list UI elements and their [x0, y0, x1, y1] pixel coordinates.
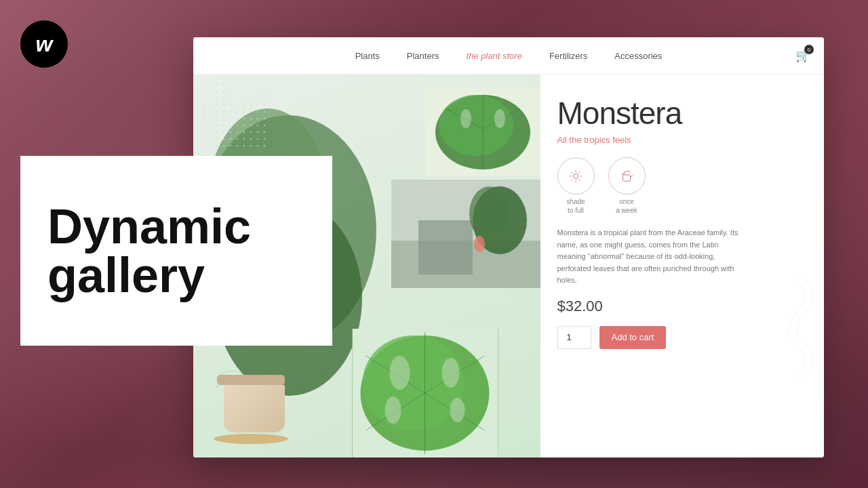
plant-pot [220, 375, 288, 444]
pot-body [224, 385, 285, 432]
svg-point-15 [460, 109, 471, 128]
product-title: Monstera [557, 95, 808, 131]
right-wavy-decoration [770, 268, 824, 390]
care-icon-light: shadeto full [557, 157, 595, 215]
svg-line-41 [578, 179, 580, 180]
svg-point-22 [474, 236, 485, 252]
monstera-closeup-image [352, 329, 498, 458]
sun-icon [568, 169, 583, 184]
svg-line-43 [571, 179, 572, 180]
svg-point-32 [441, 358, 459, 388]
cart-badge: 0 [804, 45, 814, 54]
indoor-plant-image [391, 180, 540, 288]
svg-line-42 [578, 171, 580, 173]
leaf-image-top-right [425, 88, 540, 176]
svg-point-33 [384, 396, 401, 424]
navigation: Plants Planters the plant store Fertiliz… [193, 37, 824, 75]
dot-pattern-decoration [200, 81, 268, 149]
pot-saucer [214, 434, 288, 444]
gallery-image-bottom [352, 329, 498, 458]
water-label: oncea week [616, 197, 637, 215]
nav-planters[interactable]: Planters [407, 51, 439, 61]
quantity-input[interactable] [557, 326, 591, 349]
svg-point-31 [389, 356, 410, 390]
nav-plants[interactable]: Plants [355, 51, 380, 61]
svg-line-40 [571, 171, 572, 173]
svg-rect-19 [418, 220, 473, 274]
water-icon-circle [608, 157, 646, 195]
svg-point-34 [450, 398, 465, 422]
cart-icon[interactable]: 🛒 0 [795, 48, 810, 63]
gallery-image-top-right [425, 88, 540, 176]
care-icons-group: shadeto full oncea week [557, 157, 808, 215]
add-to-cart-button[interactable]: Add to cart [599, 326, 667, 349]
svg-point-16 [494, 109, 505, 128]
watering-can-icon [619, 169, 634, 184]
gallery-image-middle [391, 180, 540, 288]
nav-accessories[interactable]: Accessories [614, 51, 662, 61]
svg-line-44 [631, 176, 633, 177]
light-label: shadeto full [566, 197, 585, 215]
svg-point-35 [573, 174, 578, 178]
main-title: Dynamic gallery [47, 202, 251, 300]
product-description: Monstera is a tropical plant from the Ar… [557, 227, 747, 287]
webflow-logo: w [20, 20, 68, 68]
product-tagline: All the tropics feels [557, 135, 808, 145]
light-icon-circle [557, 157, 595, 195]
care-icon-water: oncea week [608, 157, 646, 215]
nav-store[interactable]: the plant store [467, 51, 522, 61]
pot-rim [217, 375, 285, 385]
nav-links: Plants Planters the plant store Fertiliz… [355, 51, 663, 61]
nav-fertilizers[interactable]: Fertilizers [549, 51, 587, 61]
product-section: Monstera All the tropics feels [540, 75, 825, 458]
svg-point-21 [469, 186, 510, 241]
title-overlay: Dynamic gallery [20, 156, 332, 346]
